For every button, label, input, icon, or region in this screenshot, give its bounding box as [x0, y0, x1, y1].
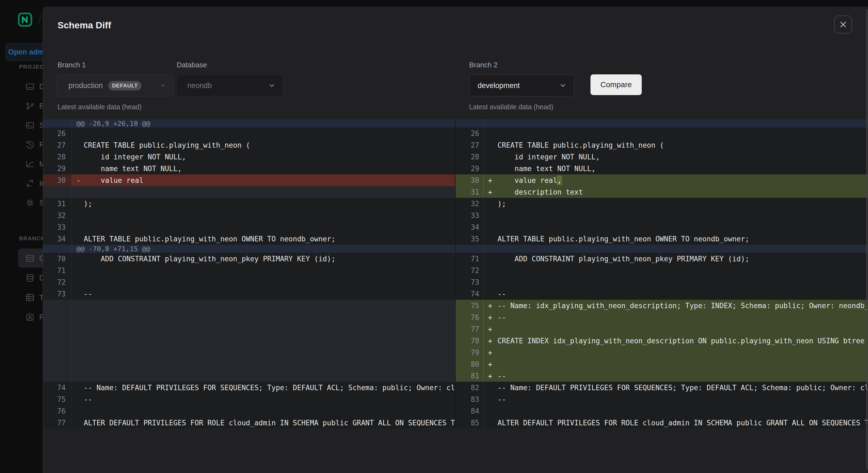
diff-row-ctx: 31); — [43, 198, 455, 209]
code-line: + — [483, 323, 868, 335]
sidebar-item-label: Branches — [39, 102, 43, 110]
sidebar-item-databases[interactable]: Databases — [25, 273, 43, 283]
line-number: 79 — [456, 346, 483, 358]
line-number: 85 — [456, 417, 483, 429]
diff-row-ctx: 82-- Name: DEFAULT PRIVILEGES FOR SEQUEN… — [456, 382, 868, 394]
code-line: CREATE TABLE public.playing_with_neon ( — [72, 139, 455, 151]
sidebar-item-restore[interactable]: Restore — [25, 140, 43, 149]
code-line — [72, 128, 455, 139]
branch2-note: Latest available data (head) — [469, 103, 553, 111]
branch2-value: development — [477, 81, 520, 90]
diff-row-del: 30- value real — [43, 174, 455, 186]
close-button[interactable] — [834, 15, 852, 34]
sidebar-item-label: Integrations — [39, 179, 43, 188]
diff-marker: + — [488, 325, 498, 333]
code-line — [72, 209, 455, 221]
settings-icon — [25, 198, 35, 208]
line-number: 27 — [456, 139, 483, 151]
schema-diff-modal: Schema Diff Branch 1 Database Branch 2 p… — [43, 7, 868, 473]
diff-row-hunk: @@ -70,8 +71,15 @@ — [43, 245, 455, 253]
line-number: 71 — [43, 265, 72, 276]
database-select[interactable]: neondb — [177, 75, 283, 97]
code-line: ADD CONSTRAINT playing_with_neon_pkey PR… — [483, 253, 868, 265]
compare-button[interactable]: Compare — [590, 74, 642, 95]
sidebar-item-tables[interactable]: Tables — [25, 293, 43, 302]
code-line — [72, 276, 455, 288]
code-line: ADD CONSTRAINT playing_with_neon_pkey PR… — [72, 253, 455, 265]
hunk-header — [483, 245, 868, 253]
line-number: 80 — [456, 358, 483, 370]
sidebar-item-roles[interactable]: Roles — [25, 312, 43, 322]
diff-row-hunk: @@ -26,9 +26,10 @@ — [43, 119, 455, 128]
line-number: 77 — [456, 323, 483, 335]
branches-icon — [25, 101, 35, 111]
code-line — [483, 405, 868, 417]
sidebar-item-label: Monitoring — [39, 160, 43, 168]
diff-row-ctx: 70 ADD CONSTRAINT playing_with_neon_pkey… — [43, 253, 455, 265]
line-number: 34 — [43, 233, 72, 245]
code-line: -- Name: DEFAULT PRIVILEGES FOR SEQUENCE… — [483, 382, 868, 394]
diff-pane-branch2: 2627CREATE TABLE public.playing_with_neo… — [456, 119, 868, 429]
sidebar-item-branches[interactable]: Branches — [25, 101, 43, 111]
line-number: 82 — [456, 382, 483, 394]
sidebar-item-computes[interactable]: Computes — [25, 254, 43, 263]
line-number: 76 — [456, 311, 483, 323]
sidebar-item-label: Computes — [39, 254, 43, 263]
code-line — [72, 265, 455, 276]
computes-icon — [25, 254, 35, 263]
code-line: ALTER TABLE public.playing_with_neon OWN… — [483, 233, 868, 245]
diff-row-ctx: 27CREATE TABLE public.playing_with_neon … — [43, 139, 455, 151]
code-line: id integer NOT NULL, — [72, 151, 455, 163]
branch1-select[interactable]: production DEFAULT — [57, 75, 174, 97]
diff-row-add: 79+ — [456, 346, 868, 358]
open-admin-link[interactable]: Open admin — [5, 43, 43, 61]
diff-marker: + — [488, 360, 498, 368]
code-line — [72, 358, 455, 370]
diff-row-hunk — [456, 245, 868, 253]
line-number: 71 — [456, 253, 483, 265]
line-number: 70 — [43, 253, 72, 265]
diff-row-add: 77+ — [456, 323, 868, 335]
databases-icon — [25, 273, 35, 283]
line-number: 29 — [456, 163, 483, 174]
line-number: 30 — [43, 174, 72, 186]
diff-row-ctx: 34ALTER TABLE public.playing_with_neon O… — [43, 233, 455, 245]
diff-row-add: 31+ description text — [456, 186, 868, 198]
code-line: -- — [72, 288, 455, 300]
code-line: +-- Name: idx_playing_with_neon_descript… — [483, 300, 868, 311]
line-number: 84 — [456, 405, 483, 417]
line-number — [43, 300, 72, 311]
diff-row-ctx: 33 — [456, 209, 868, 221]
modal-title: Schema Diff — [58, 20, 111, 31]
code-line: + value real, — [483, 174, 868, 186]
code-line: -- — [483, 394, 868, 405]
code-line — [72, 311, 455, 323]
line-number — [43, 370, 72, 382]
word-diff-highlight: , — [557, 175, 562, 185]
diff-row-add: 80+ — [456, 358, 868, 370]
sidebar-item-monitoring[interactable]: Monitoring — [25, 159, 43, 169]
code-line — [72, 186, 455, 198]
branch2-select[interactable]: development — [469, 75, 574, 97]
sidebar-item-sql-editor[interactable]: SQL Editor — [25, 121, 43, 130]
neon-logo[interactable] — [18, 12, 33, 27]
line-number: 26 — [43, 128, 72, 139]
sidebar-item-integrations[interactable]: Integrations — [25, 178, 43, 188]
code-line: +CREATE INDEX idx_playing_with_neon_desc… — [483, 335, 868, 346]
sidebar-item-label: Roles — [39, 313, 43, 322]
line-number — [456, 245, 483, 253]
code-line: ALTER DEFAULT PRIVILEGES FOR ROLE cloud_… — [72, 417, 455, 429]
line-number: 78 — [456, 335, 483, 346]
diff-row-fill — [43, 346, 455, 358]
diff-marker: + — [488, 176, 498, 184]
diff-pane-branch1: @@ -26,9 +26,10 @@2627CREATE TABLE publi… — [43, 119, 456, 429]
diff-row-ctx: 71 ADD CONSTRAINT playing_with_neon_pkey… — [456, 253, 868, 265]
diff-row-ctx: 32); — [456, 198, 868, 209]
diff-marker: + — [488, 348, 498, 357]
line-number: 34 — [456, 221, 483, 233]
sidebar-item-dashboard[interactable]: Dashboard — [25, 82, 43, 92]
modal-scrollbar[interactable] — [866, 9, 867, 470]
sidebar-item-settings[interactable]: Settings — [25, 198, 43, 208]
diff-row-ctx: 27CREATE TABLE public.playing_with_neon … — [456, 139, 868, 151]
line-number: 27 — [43, 139, 72, 151]
